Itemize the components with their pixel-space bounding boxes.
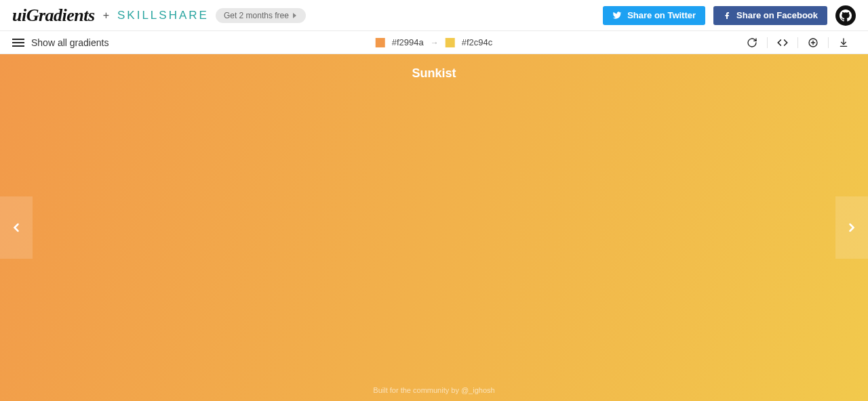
promo-label: Get 2 months free — [224, 11, 289, 20]
swatch-2[interactable] — [446, 38, 455, 47]
hex-2[interactable]: #f2c94c — [462, 37, 493, 47]
partner-logo[interactable]: SKILLSHARE — [117, 9, 209, 22]
facebook-icon — [723, 12, 731, 20]
prev-button[interactable] — [0, 196, 33, 259]
show-all-button[interactable]: Show all gradients — [12, 37, 108, 48]
hex-1[interactable]: #f2994a — [392, 37, 424, 47]
rotate-icon — [747, 37, 757, 48]
top-bar-right: Share on Twitter Share on Facebook — [603, 5, 856, 26]
caret-right-icon — [293, 13, 296, 18]
share-facebook-label: Share on Facebook — [736, 10, 818, 20]
add-button[interactable] — [801, 34, 825, 51]
download-button[interactable] — [831, 34, 856, 51]
separator — [767, 37, 768, 48]
promo-pill[interactable]: Get 2 months free — [216, 8, 306, 23]
twitter-icon — [612, 11, 622, 20]
chevron-right-icon — [845, 221, 859, 234]
hamburger-icon — [12, 39, 24, 47]
share-facebook-button[interactable]: Share on Facebook — [713, 6, 827, 25]
top-bar-left: uiGradients + SKILLSHARE Get 2 months fr… — [12, 5, 306, 26]
plus-circle-icon — [808, 37, 818, 48]
share-twitter-button[interactable]: Share on Twitter — [603, 6, 705, 25]
arrow-right-icon: → — [431, 38, 439, 47]
separator — [828, 37, 829, 48]
sub-bar: Show all gradients #f2994a → #f2c94c — [0, 31, 868, 54]
download-icon — [838, 37, 849, 48]
code-icon — [777, 37, 788, 48]
next-button[interactable] — [835, 196, 868, 259]
separator — [797, 37, 798, 48]
show-all-label: Show all gradients — [31, 37, 108, 48]
github-button[interactable] — [835, 5, 856, 26]
swatch-1[interactable] — [376, 38, 385, 47]
color-readout: #f2994a → #f2c94c — [376, 37, 493, 47]
chevron-left-icon — [9, 221, 23, 234]
top-bar: uiGradients + SKILLSHARE Get 2 months fr… — [0, 0, 868, 31]
rotate-button[interactable] — [740, 34, 764, 51]
share-twitter-label: Share on Twitter — [627, 10, 696, 20]
footer-credit: Built for the community by @_ighosh — [373, 386, 494, 394]
plus-separator: + — [103, 9, 109, 22]
github-icon — [840, 9, 852, 22]
gradient-name: Sunkist — [412, 66, 456, 81]
code-button[interactable] — [770, 34, 795, 51]
gradient-canvas: Sunkist Built for the community by @_igh… — [0, 54, 868, 401]
logo[interactable]: uiGradients — [12, 5, 95, 26]
toolbar — [740, 34, 856, 51]
